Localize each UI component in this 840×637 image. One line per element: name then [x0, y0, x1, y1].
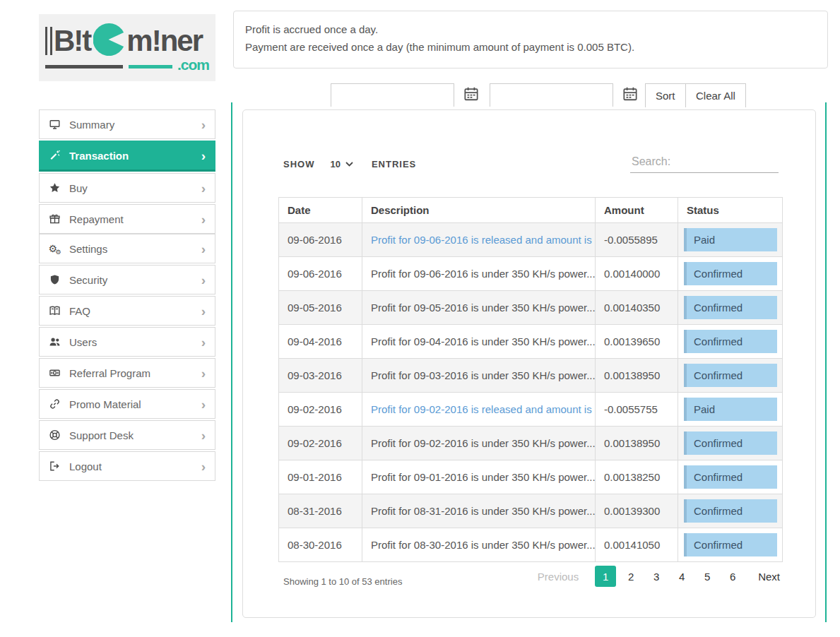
monitor-icon	[49, 119, 61, 130]
magic-wand-icon	[49, 150, 61, 161]
sidebar-item-label: Security	[69, 274, 107, 286]
sidebar-item-logout[interactable]: Logout	[39, 451, 215, 481]
row-date: 09-06-2016	[279, 257, 362, 291]
logo-text-left: B!t	[54, 26, 90, 56]
sidebar-item-promo-material[interactable]: Promo Material	[39, 389, 215, 419]
status-badge: Confirmed	[684, 499, 777, 523]
row-amount: 0.00138250	[596, 460, 678, 494]
sidebar-item-label: Summary	[69, 119, 114, 131]
pacman-icon	[93, 23, 126, 59]
life-ring-icon	[49, 429, 61, 441]
row-amount: 0.00138950	[596, 359, 678, 393]
status-badge: Confirmed	[684, 431, 777, 455]
page-button-6[interactable]: 6	[722, 566, 743, 587]
logo-underline-dark	[45, 65, 123, 69]
sidebar-item-referral-program[interactable]: Referral Program	[39, 358, 215, 388]
site-logo[interactable]: B!t m!ner .com	[39, 14, 215, 81]
row-description-link[interactable]: Profit for 09-02-2016 is released and am…	[362, 393, 596, 427]
transactions-table: Date Description Amount Status 09-06-201…	[278, 197, 783, 562]
sidebar-item-faq[interactable]: FAQ	[39, 296, 215, 326]
chevron-right-icon	[201, 181, 206, 195]
row-date: 09-06-2016	[279, 223, 362, 257]
table-header-row: Date Description Amount Status	[279, 198, 783, 223]
page-button-2[interactable]: 2	[620, 566, 641, 587]
status-badge: Confirmed	[684, 262, 777, 285]
row-status: Confirmed	[678, 494, 783, 528]
table-row: 09-03-2016 Profit for 09-03-2016 is unde…	[279, 359, 783, 393]
sidebar-item-label: Referral Program	[69, 367, 150, 379]
row-date: 08-30-2016	[279, 528, 362, 562]
calendar-to-icon[interactable]	[622, 86, 639, 103]
row-status: Confirmed	[678, 359, 783, 393]
chevron-down-icon	[345, 162, 353, 167]
entries-label: ENTRIES	[372, 159, 416, 169]
link-icon	[49, 398, 61, 410]
status-badge: Confirmed	[684, 533, 777, 556]
row-status: Confirmed	[678, 460, 783, 494]
row-status: Paid	[678, 393, 783, 427]
row-amount: 0.00138950	[596, 427, 678, 460]
status-badge: Paid	[684, 398, 777, 421]
row-description: Profit for 09-06-2016 is under 350 KH/s …	[362, 257, 596, 291]
status-badge: Confirmed	[684, 364, 777, 387]
notice-line-1: Profit is accrued once a day.	[245, 20, 816, 38]
table-row: 08-30-2016 Profit for 08-30-2016 is unde…	[279, 528, 783, 562]
page-button-5[interactable]: 5	[697, 566, 718, 587]
gift-icon	[49, 213, 61, 225]
row-amount: -0.0055895	[596, 223, 678, 257]
page-buttons: 123456	[593, 566, 745, 587]
sidebar-item-repayment[interactable]: Repayment	[39, 204, 215, 234]
chevron-right-icon	[201, 273, 206, 287]
row-description-link[interactable]: Profit for 09-06-2016 is released and am…	[362, 223, 596, 257]
show-label: SHOW	[283, 159, 314, 169]
sidebar-item-buy[interactable]: Buy	[39, 173, 215, 203]
sidebar-item-label: Users	[69, 336, 97, 348]
page-button-3[interactable]: 3	[646, 566, 667, 587]
status-badge: Confirmed	[684, 465, 777, 489]
sidebar-item-transaction[interactable]: Transaction	[39, 141, 215, 172]
row-description: Profit for 09-03-2016 is under 350 KH/s …	[362, 359, 596, 393]
row-date: 09-05-2016	[279, 291, 362, 325]
transactions-card: SHOW 10 ENTRIES Date Description Amount …	[242, 109, 816, 618]
page-size-value: 10	[330, 159, 340, 169]
row-date: 08-31-2016	[279, 494, 362, 528]
sidebar-item-security[interactable]: Security	[39, 265, 215, 294]
banknote-icon	[49, 367, 61, 379]
row-description: Profit for 09-04-2016 is under 350 KH/s …	[362, 325, 596, 359]
sidebar-item-summary[interactable]: Summary	[39, 109, 215, 139]
sidebar-item-settings[interactable]: ⚙⚙ Settings	[39, 234, 215, 263]
row-description: Profit for 09-02-2016 is under 350 KH/s …	[362, 427, 596, 460]
row-status: Confirmed	[678, 528, 783, 562]
row-date: 09-02-2016	[279, 427, 362, 460]
pagination-summary: Showing 1 to 10 of 53 entries	[283, 576, 402, 587]
status-badge: Confirmed	[684, 296, 777, 319]
sidebar-item-label: Buy	[69, 182, 88, 194]
main-content-wrapper: SHOW 10 ENTRIES Date Description Amount …	[231, 102, 827, 622]
table-row: 09-05-2016 Profit for 09-05-2016 is unde…	[279, 291, 783, 325]
table-row: 09-06-2016 Profit for 09-06-2016 is unde…	[279, 257, 783, 291]
book-icon	[49, 305, 61, 316]
search-input[interactable]	[630, 154, 779, 173]
previous-page-button[interactable]: Previous	[538, 571, 579, 583]
chevron-right-icon	[201, 118, 206, 131]
calendar-from-icon[interactable]	[463, 86, 480, 103]
chevron-right-icon	[201, 335, 206, 349]
page-size-select[interactable]: 10	[330, 159, 353, 169]
sidebar-item-users[interactable]: Users	[39, 327, 215, 357]
chevron-right-icon	[201, 304, 206, 318]
page-button-1[interactable]: 1	[595, 566, 616, 587]
table-row: 08-31-2016 Profit for 08-31-2016 is unde…	[279, 494, 783, 528]
row-status: Confirmed	[678, 257, 783, 291]
chevron-right-icon	[201, 242, 206, 256]
notice-line-2: Payment are received once a day (the min…	[245, 38, 816, 56]
column-header-amount: Amount	[596, 198, 678, 223]
table-controls: SHOW 10 ENTRIES	[283, 153, 779, 175]
page-button-4[interactable]: 4	[671, 566, 692, 587]
sidebar-nav: Summary Transaction Buy Repayment ⚙⚙ Set…	[39, 109, 215, 482]
sidebar-item-support-desk[interactable]: Support Desk	[39, 420, 215, 450]
sidebar-item-label: Promo Material	[69, 398, 141, 410]
row-amount: 0.00141050	[596, 528, 678, 562]
status-badge: Confirmed	[684, 330, 777, 353]
sidebar-item-label: Transaction	[69, 150, 129, 162]
next-page-button[interactable]: Next	[758, 571, 780, 583]
